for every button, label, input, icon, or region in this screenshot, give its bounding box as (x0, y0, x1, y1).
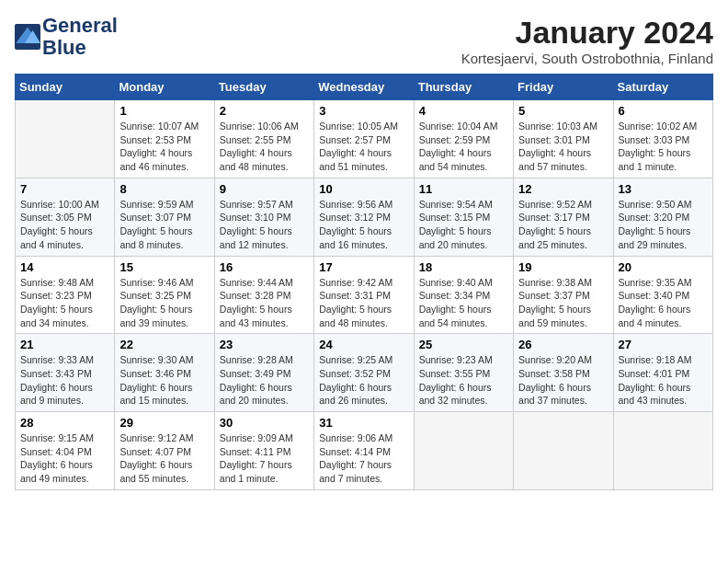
calendar-cell: 13Sunrise: 9:50 AM Sunset: 3:20 PM Dayli… (613, 178, 712, 256)
day-info: Sunrise: 10:06 AM Sunset: 2:55 PM Daylig… (220, 120, 309, 174)
day-info: Sunrise: 10:07 AM Sunset: 2:53 PM Daylig… (119, 120, 209, 174)
day-info: Sunrise: 9:52 AM Sunset: 3:17 PM Dayligh… (518, 198, 608, 252)
weekday-header-friday: Friday (514, 75, 613, 100)
calendar-title: January 2024 (461, 15, 713, 51)
day-info: Sunrise: 10:03 AM Sunset: 3:01 PM Daylig… (518, 120, 608, 174)
calendar-cell: 10Sunrise: 9:56 AM Sunset: 3:12 PM Dayli… (314, 178, 414, 256)
day-number: 28 (20, 416, 109, 430)
weekday-header-row: SundayMondayTuesdayWednesdayThursdayFrid… (16, 75, 713, 100)
calendar-cell: 2Sunrise: 10:06 AM Sunset: 2:55 PM Dayli… (214, 100, 313, 178)
calendar-cell: 28Sunrise: 9:15 AM Sunset: 4:04 PM Dayli… (16, 412, 115, 490)
calendar-cell: 26Sunrise: 9:20 AM Sunset: 3:58 PM Dayli… (514, 334, 613, 412)
day-info: Sunrise: 10:04 AM Sunset: 2:59 PM Daylig… (419, 120, 508, 174)
day-info: Sunrise: 9:23 AM Sunset: 3:55 PM Dayligh… (419, 353, 508, 408)
day-info: Sunrise: 9:06 AM Sunset: 4:14 PM Dayligh… (319, 431, 408, 486)
day-number: 31 (319, 416, 408, 430)
day-number: 17 (319, 260, 408, 274)
calendar-cell: 4Sunrise: 10:04 AM Sunset: 2:59 PM Dayli… (414, 100, 513, 178)
day-info: Sunrise: 9:46 AM Sunset: 3:25 PM Dayligh… (119, 276, 209, 330)
day-number: 10 (319, 182, 408, 196)
calendar-cell (613, 412, 712, 490)
day-number: 24 (319, 338, 408, 351)
day-number: 27 (619, 338, 708, 351)
day-info: Sunrise: 9:20 AM Sunset: 3:58 PM Dayligh… (518, 353, 608, 408)
weekday-header-tuesday: Tuesday (214, 75, 313, 100)
calendar-cell: 12Sunrise: 9:52 AM Sunset: 3:17 PM Dayli… (514, 178, 613, 256)
day-number: 14 (20, 260, 109, 274)
weekday-header-sunday: Sunday (16, 75, 115, 100)
title-block: January 2024 Kortesjaervi, South Ostrobo… (461, 15, 713, 66)
day-number: 16 (220, 260, 309, 274)
day-info: Sunrise: 9:44 AM Sunset: 3:28 PM Dayligh… (220, 276, 309, 330)
weekday-header-thursday: Thursday (414, 75, 513, 100)
calendar-week-row: 7Sunrise: 10:00 AM Sunset: 3:05 PM Dayli… (16, 178, 713, 256)
calendar-cell: 9Sunrise: 9:57 AM Sunset: 3:10 PM Daylig… (214, 178, 313, 256)
calendar-cell: 21Sunrise: 9:33 AM Sunset: 3:43 PM Dayli… (16, 334, 115, 412)
day-number: 9 (220, 182, 309, 196)
calendar-cell: 20Sunrise: 9:35 AM Sunset: 3:40 PM Dayli… (613, 256, 712, 334)
day-number: 3 (319, 104, 408, 118)
day-number: 23 (220, 338, 309, 351)
day-info: Sunrise: 10:05 AM Sunset: 2:57 PM Daylig… (319, 120, 408, 174)
weekday-header-monday: Monday (115, 75, 214, 100)
calendar-cell: 25Sunrise: 9:23 AM Sunset: 3:55 PM Dayli… (414, 334, 513, 412)
calendar-cell (414, 412, 513, 490)
calendar-cell: 18Sunrise: 9:40 AM Sunset: 3:34 PM Dayli… (414, 256, 513, 334)
day-number: 29 (119, 416, 209, 430)
calendar-cell: 24Sunrise: 9:25 AM Sunset: 3:52 PM Dayli… (314, 334, 414, 412)
day-info: Sunrise: 9:35 AM Sunset: 3:40 PM Dayligh… (619, 276, 708, 330)
day-number: 25 (419, 338, 508, 351)
day-info: Sunrise: 9:33 AM Sunset: 3:43 PM Dayligh… (20, 353, 109, 408)
day-number: 12 (518, 182, 608, 196)
calendar-cell: 16Sunrise: 9:44 AM Sunset: 3:28 PM Dayli… (214, 256, 313, 334)
day-info: Sunrise: 9:54 AM Sunset: 3:15 PM Dayligh… (419, 198, 508, 252)
day-info: Sunrise: 9:30 AM Sunset: 3:46 PM Dayligh… (119, 353, 209, 408)
day-info: Sunrise: 9:09 AM Sunset: 4:11 PM Dayligh… (220, 431, 309, 486)
day-info: Sunrise: 9:50 AM Sunset: 3:20 PM Dayligh… (619, 198, 708, 252)
day-number: 1 (119, 104, 209, 118)
calendar-cell: 27Sunrise: 9:18 AM Sunset: 4:01 PM Dayli… (613, 334, 712, 412)
calendar-cell: 1Sunrise: 10:07 AM Sunset: 2:53 PM Dayli… (115, 100, 214, 178)
logo-icon (15, 24, 40, 50)
day-number: 20 (619, 260, 708, 274)
day-number: 15 (119, 260, 209, 274)
calendar-week-row: 14Sunrise: 9:48 AM Sunset: 3:23 PM Dayli… (16, 256, 713, 334)
day-info: Sunrise: 9:12 AM Sunset: 4:07 PM Dayligh… (119, 431, 209, 486)
calendar-cell: 14Sunrise: 9:48 AM Sunset: 3:23 PM Dayli… (16, 256, 115, 334)
day-info: Sunrise: 10:00 AM Sunset: 3:05 PM Daylig… (20, 198, 109, 252)
calendar-subtitle: Kortesjaervi, South Ostrobothnia, Finlan… (461, 51, 713, 66)
day-info: Sunrise: 9:38 AM Sunset: 3:37 PM Dayligh… (518, 276, 608, 330)
day-info: Sunrise: 9:57 AM Sunset: 3:10 PM Dayligh… (220, 198, 309, 252)
day-number: 13 (619, 182, 708, 196)
day-info: Sunrise: 9:48 AM Sunset: 3:23 PM Dayligh… (20, 276, 109, 330)
calendar-cell: 30Sunrise: 9:09 AM Sunset: 4:11 PM Dayli… (214, 412, 313, 490)
day-info: Sunrise: 9:42 AM Sunset: 3:31 PM Dayligh… (319, 276, 408, 330)
calendar-cell (514, 412, 613, 490)
weekday-header-saturday: Saturday (613, 75, 712, 100)
day-info: Sunrise: 9:25 AM Sunset: 3:52 PM Dayligh… (319, 353, 408, 408)
logo-text: General Blue (42, 15, 118, 59)
day-number: 30 (220, 416, 309, 430)
day-number: 7 (20, 182, 109, 196)
day-info: Sunrise: 10:02 AM Sunset: 3:03 PM Daylig… (619, 120, 708, 174)
page-header: General Blue January 2024 Kortesjaervi, … (15, 15, 713, 66)
day-info: Sunrise: 9:59 AM Sunset: 3:07 PM Dayligh… (119, 198, 209, 252)
calendar-cell: 15Sunrise: 9:46 AM Sunset: 3:25 PM Dayli… (115, 256, 214, 334)
day-info: Sunrise: 9:40 AM Sunset: 3:34 PM Dayligh… (419, 276, 508, 330)
calendar-cell: 3Sunrise: 10:05 AM Sunset: 2:57 PM Dayli… (314, 100, 414, 178)
day-number: 11 (419, 182, 508, 196)
calendar-cell: 6Sunrise: 10:02 AM Sunset: 3:03 PM Dayli… (613, 100, 712, 178)
day-number: 26 (518, 338, 608, 351)
day-number: 6 (619, 104, 708, 118)
day-info: Sunrise: 9:18 AM Sunset: 4:01 PM Dayligh… (619, 353, 708, 408)
day-number: 19 (518, 260, 608, 274)
calendar-cell: 22Sunrise: 9:30 AM Sunset: 3:46 PM Dayli… (115, 334, 214, 412)
calendar-cell: 17Sunrise: 9:42 AM Sunset: 3:31 PM Dayli… (314, 256, 414, 334)
weekday-header-wednesday: Wednesday (314, 75, 414, 100)
logo: General Blue (15, 15, 118, 59)
day-number: 5 (518, 104, 608, 118)
day-number: 18 (419, 260, 508, 274)
calendar-cell: 7Sunrise: 10:00 AM Sunset: 3:05 PM Dayli… (16, 178, 115, 256)
day-number: 22 (119, 338, 209, 351)
calendar-cell: 11Sunrise: 9:54 AM Sunset: 3:15 PM Dayli… (414, 178, 513, 256)
